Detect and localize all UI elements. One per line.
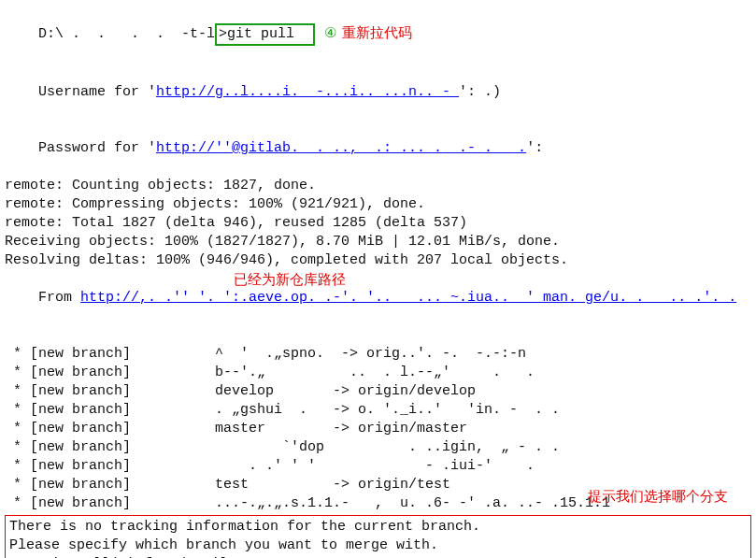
- obscured-path: . . . . -t-l: [72, 26, 215, 42]
- branch-line: * [new branch] `'dop . ..igin, „ - . .: [5, 438, 751, 457]
- branch-line: * [new branch] master -> origin/master: [5, 420, 751, 438]
- username-url[interactable]: http://g..l....i. -...i.. ...n.. -: [156, 84, 459, 100]
- from-url[interactable]: http://,. .'' '. ':.aeve.op. .-'. '.. ..…: [80, 290, 736, 306]
- receiving-line: Receiving objects: 100% (1827/1827), 8.7…: [5, 233, 751, 251]
- username-label: Username for ': [38, 84, 156, 100]
- password-label: Password for ': [38, 140, 156, 156]
- last-branch-wrap: * [new branch] ...-.„.„.s.1.1.- , u. .6-…: [5, 494, 751, 513]
- resolving-line: Resolving deltas: 100% (946/946), comple…: [5, 251, 751, 270]
- username-tail: ': .): [459, 84, 501, 100]
- branch-line: * [new branch] b--'.„ .. . l.--„' . .: [5, 364, 751, 382]
- password-line: Password for 'http://''@gitlab. . .., .:…: [5, 121, 751, 177]
- msg-line: Please specify which branch you want to …: [9, 537, 747, 555]
- path-prompt: D:\: [38, 26, 72, 42]
- branch-line: * [new branch] ^ ' .„spno. -> orig..'. -…: [5, 345, 751, 364]
- branch-line: * [new branch] . „gshui . -> o. '._i..' …: [5, 401, 751, 420]
- git-pull-command: >git pull: [215, 23, 315, 46]
- from-label: From: [38, 290, 80, 306]
- username-line: Username for 'http://g..l....i. -...i.. …: [5, 64, 751, 121]
- terminal-output: D:\ . . . . -t-l>git pull ④重新拉代码 Usernam…: [5, 5, 751, 558]
- remote-line: remote: Counting objects: 1827, done.: [5, 177, 751, 195]
- branch-line: * [new branch] . .' ' ' - .iui-' .: [5, 457, 751, 476]
- msg-line: There is no tracking information for the…: [9, 518, 747, 537]
- annotation-select-branch: 提示我们选择哪个分支: [588, 487, 728, 506]
- remote-line: remote: Total 1827 (delta 946), reused 1…: [5, 214, 751, 233]
- step-num-icon: ④: [324, 23, 336, 42]
- annotation-pull: 重新拉代码: [342, 25, 412, 40]
- branch-line: * [new branch] develop -> origin/develop: [5, 382, 751, 401]
- cmd-line: D:\ . . . . -t-l>git pull ④重新拉代码: [5, 5, 751, 64]
- password-tail: ':: [526, 140, 543, 156]
- password-url[interactable]: http://''@gitlab. . .., .: ... . .- . .: [156, 140, 526, 156]
- annotation-repo-path: 已经为新仓库路径: [234, 270, 346, 289]
- from-line: From http://,. .'' '. ':.aeve.op. .-'. '…: [5, 270, 751, 345]
- remote-line: remote: Compressing objects: 100% (921/9…: [5, 195, 751, 214]
- tracking-info-box: There is no tracking information for the…: [5, 515, 751, 558]
